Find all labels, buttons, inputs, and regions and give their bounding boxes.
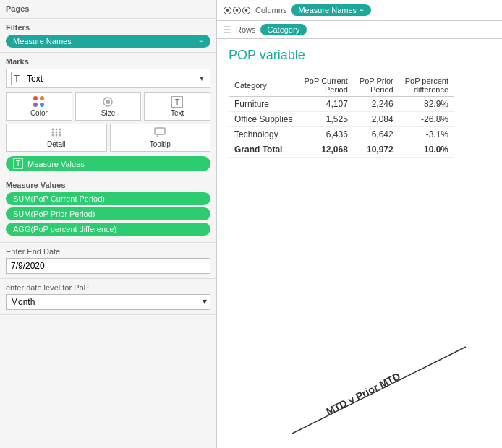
col-header-pop-prior: PoP PriorPeriod bbox=[354, 74, 399, 97]
data-table: Category PoP CurrentPeriod PoP PriorPeri… bbox=[229, 74, 454, 158]
table-row: Furniture 4,107 2,246 82.9% bbox=[229, 97, 454, 112]
sum-pop-prior-label: SUM(PoP Prior Period) bbox=[13, 210, 95, 218]
svg-point-5 bbox=[51, 129, 54, 131]
table-row: Technology 6,436 6,642 -3.1% bbox=[229, 127, 454, 142]
measure-values-icon: T bbox=[13, 158, 23, 169]
dropdown-chevron-icon: ▼ bbox=[198, 74, 205, 82]
cell-furniture-category: Furniture bbox=[229, 97, 299, 112]
filters-label: Filters bbox=[6, 23, 210, 32]
sum-pop-current-label: SUM(PoP Current Period) bbox=[13, 194, 105, 203]
columns-bar-item: ⦿⦿⦿ Columns Measure Names ≡ bbox=[223, 4, 371, 16]
col-header-category: Category bbox=[229, 74, 299, 97]
pages-section: Pages bbox=[0, 0, 216, 19]
diagonal-svg: MTD v Prior MTD bbox=[271, 303, 488, 434]
marks-label: Marks bbox=[6, 57, 210, 66]
grand-total-row: Grand Total 12,068 10,972 10.0% bbox=[229, 142, 454, 158]
measure-values-marks-label: Measure Values bbox=[27, 160, 85, 168]
rows-bar-item: ☰ Rows Category bbox=[223, 24, 307, 35]
columns-pill-icon: ≡ bbox=[360, 7, 364, 14]
size-button[interactable]: Size bbox=[75, 92, 142, 121]
cell-furniture-prior: 2,246 bbox=[354, 97, 399, 112]
sum-pop-current-pill[interactable]: SUM(PoP Current Period) bbox=[6, 192, 210, 205]
cell-office-category: Office Supplies bbox=[229, 112, 299, 127]
cell-tech-pct: -3.1% bbox=[399, 127, 454, 142]
marks-buttons-row1: Color Size T Text bbox=[6, 92, 210, 121]
marks-dropdown-left: T Text bbox=[11, 72, 43, 85]
agg-pop-percent-label: AGG(PoP percent difference) bbox=[13, 225, 116, 233]
cell-furniture-pct: 82.9% bbox=[399, 97, 454, 112]
date-level-select-wrapper: Month bbox=[6, 294, 210, 310]
cell-office-pct: -26.8% bbox=[399, 112, 454, 127]
cell-office-current: 1,525 bbox=[299, 112, 354, 127]
chart-title: POP variable bbox=[229, 48, 490, 63]
cell-tech-current: 6,436 bbox=[299, 127, 354, 142]
rows-bar-label: Rows bbox=[236, 25, 256, 34]
date-level-select[interactable]: Month bbox=[6, 294, 210, 310]
right-panel: ⦿⦿⦿ Columns Measure Names ≡ ☰ Rows Categ… bbox=[217, 0, 502, 448]
measure-names-filter-label: Measure Names bbox=[13, 37, 72, 46]
rows-bar: ☰ Rows Category bbox=[217, 21, 502, 39]
end-date-input[interactable] bbox=[6, 258, 210, 274]
marks-type-label: Text bbox=[27, 74, 43, 84]
cell-office-prior: 2,084 bbox=[354, 112, 399, 127]
svg-point-8 bbox=[51, 134, 54, 137]
marks-section: Marks T Text ▼ Color bbox=[0, 53, 216, 176]
svg-point-2 bbox=[51, 132, 54, 134]
cell-furniture-current: 4,107 bbox=[299, 97, 354, 112]
marks-type-dropdown[interactable]: T Text ▼ bbox=[6, 69, 210, 88]
chart-area: POP variable Category PoP CurrentPeriod … bbox=[217, 39, 502, 448]
svg-point-4 bbox=[59, 132, 61, 134]
svg-point-7 bbox=[59, 129, 61, 131]
end-date-section: Enter End Date bbox=[0, 243, 216, 279]
color-dots-icon bbox=[33, 96, 45, 108]
tooltip-icon bbox=[154, 127, 166, 139]
columns-bar-label: Columns bbox=[255, 6, 286, 14]
color-label: Color bbox=[30, 109, 48, 117]
columns-bar: ⦿⦿⦿ Columns Measure Names ≡ bbox=[217, 0, 502, 21]
text-label: Text bbox=[171, 109, 184, 117]
col-header-pop-percent: PoP percentdifference bbox=[399, 74, 454, 97]
col-header-pop-current: PoP CurrentPeriod bbox=[299, 74, 354, 97]
columns-icon: ⦿⦿⦿ bbox=[223, 5, 251, 16]
tooltip-button[interactable]: Tooltip bbox=[110, 124, 211, 152]
svg-point-3 bbox=[55, 132, 57, 134]
end-date-label: Enter End Date bbox=[6, 247, 210, 256]
detail-button[interactable]: Detail bbox=[6, 124, 107, 152]
table-row: Office Supplies 1,525 2,084 -26.8% bbox=[229, 112, 454, 127]
svg-rect-11 bbox=[155, 128, 165, 134]
text-mark-icon: T bbox=[11, 72, 22, 85]
text-mark-square-icon: T bbox=[171, 96, 183, 108]
marks-buttons-row2: Detail Tooltip bbox=[6, 124, 210, 152]
diagonal-area: MTD v Prior MTD bbox=[271, 303, 488, 434]
detail-icon bbox=[51, 127, 62, 139]
filter-pill-icon: ≡ bbox=[199, 38, 203, 46]
rows-pill-label: Category bbox=[268, 25, 300, 34]
size-label: Size bbox=[101, 109, 115, 117]
measure-values-marks-pill[interactable]: T Measure Values bbox=[6, 156, 210, 171]
detail-label: Detail bbox=[47, 140, 66, 148]
cell-total-label: Grand Total bbox=[229, 142, 299, 158]
svg-point-1 bbox=[106, 100, 110, 104]
date-level-label: enter date level for PoP bbox=[6, 283, 210, 292]
svg-point-10 bbox=[59, 134, 61, 137]
text-button[interactable]: T Text bbox=[144, 92, 210, 121]
cell-tech-prior: 6,642 bbox=[354, 127, 399, 142]
svg-point-6 bbox=[55, 129, 57, 131]
filters-section: Filters Measure Names ≡ bbox=[0, 19, 216, 53]
color-button[interactable]: Color bbox=[6, 92, 72, 121]
table-header-row: Category PoP CurrentPeriod PoP PriorPeri… bbox=[229, 74, 454, 97]
svg-point-9 bbox=[55, 134, 57, 137]
tooltip-label: Tooltip bbox=[150, 140, 171, 148]
measure-values-section: Measure Values SUM(PoP Current Period) S… bbox=[0, 176, 216, 243]
rows-category-pill[interactable]: Category bbox=[260, 24, 307, 35]
diagonal-text: MTD v Prior MTD bbox=[324, 370, 402, 417]
sum-pop-prior-pill[interactable]: SUM(PoP Prior Period) bbox=[6, 207, 210, 220]
measure-values-section-label: Measure Values bbox=[6, 181, 210, 189]
measure-names-filter-pill[interactable]: Measure Names ≡ bbox=[6, 35, 210, 48]
date-level-section: enter date level for PoP Month bbox=[0, 279, 216, 315]
agg-pop-percent-pill[interactable]: AGG(PoP percent difference) bbox=[6, 223, 210, 236]
columns-pill-label: Measure Names bbox=[298, 6, 357, 14]
cell-total-prior: 10,972 bbox=[354, 142, 399, 158]
left-panel: Pages Filters Measure Names ≡ Marks T Te… bbox=[0, 0, 217, 448]
columns-measure-names-pill[interactable]: Measure Names ≡ bbox=[291, 4, 371, 16]
